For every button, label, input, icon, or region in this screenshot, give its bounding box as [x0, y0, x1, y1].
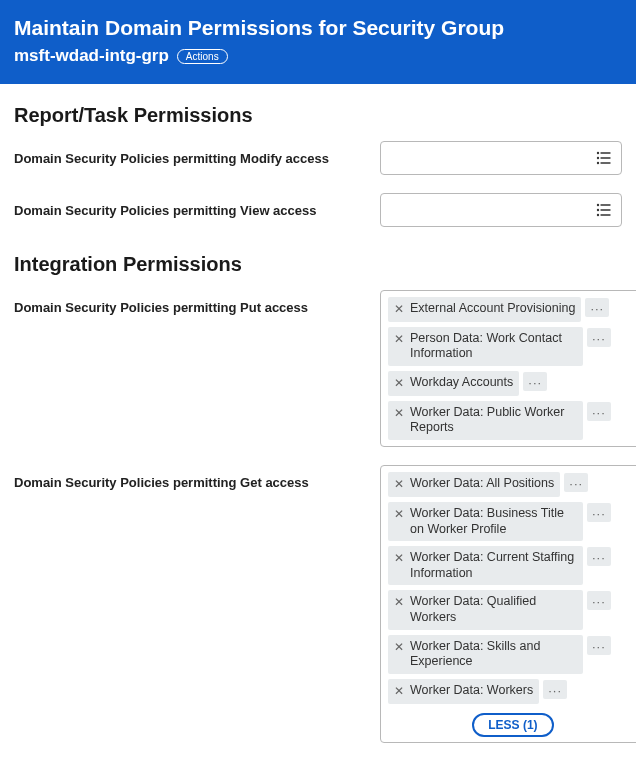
remove-chip-icon[interactable]: ✕ — [394, 331, 404, 348]
svg-point-10 — [598, 215, 599, 216]
selected-chip: ✕Worker Data: All Positions — [388, 472, 560, 497]
chip-row: ✕Worker Data: Business Title on Worker P… — [388, 502, 611, 541]
section-heading-report: Report/Task Permissions — [14, 104, 622, 127]
chip-label: Person Data: Work Contact Information — [410, 331, 577, 362]
input-get-access[interactable]: ✕Worker Data: All Positions···✕Worker Da… — [380, 465, 636, 743]
remove-chip-icon[interactable]: ✕ — [394, 683, 404, 700]
chip-row: ✕External Account Provisioning··· — [388, 297, 611, 322]
row-get-access: Domain Security Policies permitting Get … — [14, 465, 622, 743]
chip-row: ✕Worker Data: Current Staffing Informati… — [388, 546, 611, 585]
selected-chip: ✕Worker Data: Current Staffing Informati… — [388, 546, 583, 585]
label-modify-access: Domain Security Policies permitting Modi… — [14, 141, 380, 166]
remove-chip-icon[interactable]: ✕ — [394, 506, 404, 523]
list-icon[interactable] — [595, 201, 613, 219]
chip-actions-icon[interactable]: ··· — [564, 473, 588, 492]
svg-point-0 — [598, 153, 599, 154]
page-subheader: msft-wdad-intg-grp Actions — [14, 46, 622, 66]
row-view-access: Domain Security Policies permitting View… — [14, 193, 622, 227]
chip-actions-icon[interactable]: ··· — [587, 503, 611, 522]
page-subtitle: msft-wdad-intg-grp — [14, 46, 169, 66]
remove-chip-icon[interactable]: ✕ — [394, 639, 404, 656]
list-icon[interactable] — [595, 149, 613, 167]
selected-chip: ✕Worker Data: Public Worker Reports — [388, 401, 583, 440]
chip-label: Worker Data: All Positions — [410, 476, 554, 492]
chip-row: ✕Worker Data: All Positions··· — [388, 472, 611, 497]
chip-row: ✕Worker Data: Public Worker Reports··· — [388, 401, 611, 440]
chip-row: ✕Person Data: Work Contact Information··… — [388, 327, 611, 366]
actions-button[interactable]: Actions — [177, 49, 228, 64]
input-view-access[interactable] — [380, 193, 622, 227]
chip-label: External Account Provisioning — [410, 301, 575, 317]
chip-label: Worker Data: Skills and Experience — [410, 639, 577, 670]
chip-label: Worker Data: Business Title on Worker Pr… — [410, 506, 577, 537]
chip-label: Worker Data: Workers — [410, 683, 533, 699]
chip-row: ✕Workday Accounts··· — [388, 371, 611, 396]
chip-actions-icon[interactable]: ··· — [587, 591, 611, 610]
selected-chip: ✕Worker Data: Qualified Workers — [388, 590, 583, 629]
selected-chip: ✕Worker Data: Skills and Experience — [388, 635, 583, 674]
content: Report/Task Permissions Domain Security … — [0, 84, 636, 771]
remove-chip-icon[interactable]: ✕ — [394, 476, 404, 493]
selected-chip: ✕Worker Data: Workers — [388, 679, 539, 704]
remove-chip-icon[interactable]: ✕ — [394, 301, 404, 318]
section-heading-integration: Integration Permissions — [14, 253, 622, 276]
chip-container-put: ✕External Account Provisioning···✕Person… — [385, 294, 636, 443]
chip-actions-icon[interactable]: ··· — [587, 328, 611, 347]
chip-actions-icon[interactable]: ··· — [523, 372, 547, 391]
selected-chip: ✕External Account Provisioning — [388, 297, 581, 322]
chip-row: ✕Worker Data: Workers··· — [388, 679, 611, 704]
input-put-access[interactable]: ✕External Account Provisioning···✕Person… — [380, 290, 636, 447]
selected-chip: ✕Worker Data: Business Title on Worker P… — [388, 502, 583, 541]
svg-point-4 — [598, 163, 599, 164]
chip-actions-icon[interactable]: ··· — [587, 547, 611, 566]
chip-label: Worker Data: Current Staffing Informatio… — [410, 550, 577, 581]
remove-chip-icon[interactable]: ✕ — [394, 375, 404, 392]
chip-label: Workday Accounts — [410, 375, 513, 391]
chip-actions-icon[interactable]: ··· — [587, 636, 611, 655]
remove-chip-icon[interactable]: ✕ — [394, 550, 404, 567]
label-view-access: Domain Security Policies permitting View… — [14, 193, 380, 218]
chip-container-get: ✕Worker Data: All Positions···✕Worker Da… — [385, 469, 636, 707]
svg-point-6 — [598, 205, 599, 206]
row-modify-access: Domain Security Policies permitting Modi… — [14, 141, 622, 175]
row-put-access: Domain Security Policies permitting Put … — [14, 290, 622, 447]
remove-chip-icon[interactable]: ✕ — [394, 594, 404, 611]
chip-actions-icon[interactable]: ··· — [543, 680, 567, 699]
chip-actions-icon[interactable]: ··· — [587, 402, 611, 421]
page-header: Maintain Domain Permissions for Security… — [0, 0, 636, 84]
chip-label: Worker Data: Qualified Workers — [410, 594, 577, 625]
page-title: Maintain Domain Permissions for Security… — [14, 16, 622, 40]
svg-point-8 — [598, 210, 599, 211]
chip-actions-icon[interactable]: ··· — [585, 298, 609, 317]
input-modify-access[interactable] — [380, 141, 622, 175]
selected-chip: ✕Person Data: Work Contact Information — [388, 327, 583, 366]
remove-chip-icon[interactable]: ✕ — [394, 405, 404, 422]
selected-chip: ✕Workday Accounts — [388, 371, 519, 396]
less-button[interactable]: LESS (1) — [472, 713, 553, 737]
svg-point-2 — [598, 158, 599, 159]
label-get-access: Domain Security Policies permitting Get … — [14, 465, 380, 490]
label-put-access: Domain Security Policies permitting Put … — [14, 290, 380, 315]
chip-row: ✕Worker Data: Qualified Workers··· — [388, 590, 611, 629]
chip-label: Worker Data: Public Worker Reports — [410, 405, 577, 436]
chip-row: ✕Worker Data: Skills and Experience··· — [388, 635, 611, 674]
